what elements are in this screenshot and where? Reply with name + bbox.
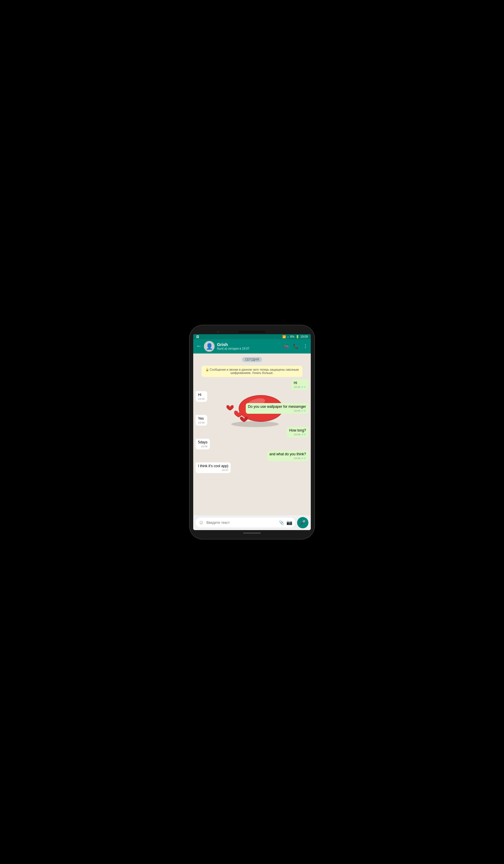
bubble-meta: 19:06 ✔✔ <box>269 457 306 460</box>
speaker <box>239 331 265 333</box>
bubble-sent: Do you use wallpaper for messenger 19:05… <box>246 403 308 414</box>
status-left-icon: 🖼 <box>196 335 199 338</box>
phone-bottom <box>193 530 311 536</box>
chat-area: СЕГОДНЯ 🔒 Сообщения и звонки в данном ча… <box>193 353 311 515</box>
read-receipts: ✔✔ <box>301 409 306 412</box>
input-area: ☺ 📎 📷 🎤 <box>193 515 311 530</box>
contact-status: был(-а) сегодня в 19:07 <box>217 347 280 350</box>
bubble-sent: How long? 19:06 ✔✔ <box>287 427 308 437</box>
avatar[interactable]: 👤 <box>204 341 215 352</box>
video-call-button[interactable]: 📹 <box>283 344 289 349</box>
message-row: Hi 19:05 ✔✔ <box>196 379 308 390</box>
message-row: I think it's cool app) 19:07 <box>196 463 308 473</box>
call-button[interactable]: 📞 <box>293 344 299 349</box>
front-camera <box>217 331 219 333</box>
back-button[interactable]: ← <box>196 343 202 349</box>
contact-info: Grish был(-а) сегодня в 19:07 <box>217 342 280 350</box>
input-box: ☺ 📎 📷 <box>196 518 295 527</box>
message-time: 19:05 <box>293 386 300 388</box>
message-row: 5days 19:06 <box>196 439 308 449</box>
message-time: 19:06 <box>293 433 300 436</box>
message-text: Hi <box>293 381 297 385</box>
menu-button[interactable]: ⋮ <box>303 344 308 349</box>
bubble-meta: 19:06 <box>198 421 205 424</box>
bubble-meta: 19:05 ✔✔ <box>293 386 306 388</box>
avatar-icon: 👤 <box>206 343 213 350</box>
message-time: 19:05 <box>293 409 300 412</box>
message-text: Hi <box>198 393 201 397</box>
bubble-meta: 19:05 <box>198 397 205 400</box>
phone-frame: 🖼 📶 ⌂ 8% 🔋 19:09 ← 👤 Grish был(-а) сегод… <box>190 325 314 539</box>
bubble-meta: 19:06 <box>198 445 207 448</box>
date-badge: СЕГОДНЯ <box>242 357 262 362</box>
bubble-meta: 19:06 ✔✔ <box>289 433 306 436</box>
bubble-sent: Hi 19:05 ✔✔ <box>291 379 308 390</box>
message-time: 19:05 <box>198 397 205 400</box>
signal-icon: ⌂ <box>287 335 289 338</box>
read-receipts: ✔✔ <box>301 457 306 460</box>
read-receipts: ✔✔ <box>301 386 306 388</box>
message-row: and what do you think? 19:06 ✔✔ <box>196 451 308 461</box>
bubble-received: Hi 19:05 <box>196 391 207 402</box>
encryption-notice: 🔒 Сообщения и звонки в данном чате тепер… <box>202 366 302 377</box>
bubble-received: 5days 19:06 <box>196 439 210 449</box>
bubble-sent: and what do you think? 19:06 ✔✔ <box>267 451 308 461</box>
status-icons: 📶 ⌂ 8% 🔋 19:09 <box>282 335 308 338</box>
message-time: 19:07 <box>222 469 229 472</box>
message-time: 19:06 <box>201 445 208 448</box>
message-row: Yes 19:06 <box>196 415 308 425</box>
message-row: Do you use wallpaper for messenger 19:05… <box>196 403 308 414</box>
mic-icon: 🎤 <box>300 520 306 525</box>
message-row: Hi 19:05 <box>196 391 308 402</box>
message-row: How long? 19:06 ✔✔ <box>196 427 308 437</box>
message-text: 5days <box>198 440 207 444</box>
camera-button[interactable]: 📷 <box>286 520 292 525</box>
phone-screen: 🖼 📶 ⌂ 8% 🔋 19:09 ← 👤 Grish был(-а) сегод… <box>193 334 311 530</box>
message-text: Yes <box>198 417 204 421</box>
bubble-meta: 19:05 ✔✔ <box>248 409 306 412</box>
wifi-icon: 📶 <box>282 335 286 338</box>
battery-icon: 🔋 <box>296 335 299 338</box>
battery-level: 8% <box>290 335 295 338</box>
header-actions: 📹 📞 ⋮ <box>283 344 308 349</box>
phone-top <box>193 329 311 334</box>
mic-button[interactable]: 🎤 <box>297 517 308 528</box>
read-receipts: ✔✔ <box>301 433 306 436</box>
contact-name: Grish <box>217 342 280 347</box>
bubble-meta: 19:07 <box>198 469 228 472</box>
message-text: How long? <box>289 428 306 432</box>
home-bar <box>243 532 261 533</box>
chat-header: ← 👤 Grish был(-а) сегодня в 19:07 📹 📞 ⋮ <box>193 339 311 353</box>
message-input[interactable] <box>206 520 277 525</box>
message-time: 19:06 <box>293 457 300 460</box>
bubble-received: Yes 19:06 <box>196 415 207 425</box>
time-display: 19:09 <box>300 335 308 338</box>
emoji-button[interactable]: ☺ <box>199 519 204 526</box>
bubble-received: I think it's cool app) 19:07 <box>196 463 231 473</box>
message-text: Do you use wallpaper for messenger <box>248 405 306 409</box>
message-text: and what do you think? <box>269 452 306 456</box>
message-time: 19:06 <box>198 421 205 424</box>
message-text: I think it's cool app) <box>198 464 228 468</box>
attach-button[interactable]: 📎 <box>279 520 284 525</box>
status-bar: 🖼 📶 ⌂ 8% 🔋 19:09 <box>193 334 311 339</box>
